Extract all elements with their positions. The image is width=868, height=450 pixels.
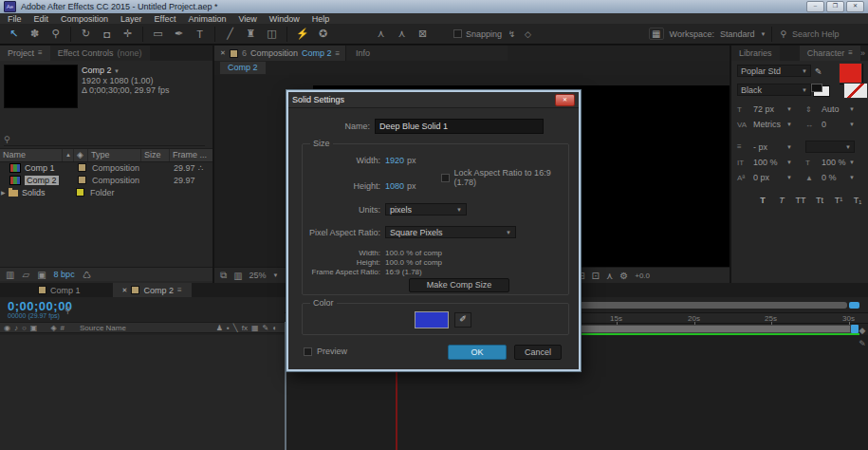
dialog-close-icon[interactable]: ✕: [555, 94, 575, 106]
fx-icon[interactable]: fx: [242, 324, 248, 332]
eraser-tool-icon[interactable]: ◫: [266, 28, 278, 40]
faux-italic-button[interactable]: T: [775, 195, 788, 206]
project-row-comp2[interactable]: Comp 2 Composition 29.97: [0, 174, 212, 186]
region-of-interest-icon[interactable]: ⊡: [592, 271, 600, 281]
cancel-button[interactable]: Cancel: [514, 345, 562, 360]
timeline-zoom-handle[interactable]: [849, 302, 859, 309]
3d-layer-icon[interactable]: ◐: [272, 324, 277, 332]
units-dropdown[interactable]: pixels ▼: [385, 203, 467, 216]
pixel-aspect-ratio-dropdown[interactable]: Square Pixels ▼: [385, 226, 516, 238]
tsume-value[interactable]: 0 %: [822, 173, 846, 182]
snapping-checkbox[interactable]: [453, 29, 462, 38]
chevron-down-icon[interactable]: ▼: [786, 122, 792, 127]
pan-behind-tool-icon[interactable]: ✛: [121, 28, 134, 40]
line-value[interactable]: - px: [753, 142, 784, 152]
source-name-column[interactable]: Source Name: [80, 324, 126, 332]
camera-tool-icon[interactable]: ◘: [101, 28, 113, 40]
shape-tool-icon[interactable]: ▭: [152, 28, 164, 40]
menu-window[interactable]: Window: [269, 14, 300, 24]
puppet-pin-tool-icon[interactable]: ✪: [317, 28, 329, 40]
leading-value[interactable]: Auto: [822, 104, 846, 114]
tab-effect-controls[interactable]: Effect Controls (none): [50, 46, 150, 61]
project-row-comp1[interactable]: Comp 1 Composition 29.97 ∴: [0, 161, 212, 174]
default-fill-stroke-swatch[interactable]: [813, 85, 830, 97]
roto-brush-tool-icon[interactable]: ⚡: [296, 28, 308, 40]
chevron-down-icon[interactable]: ▼: [849, 159, 855, 165]
shield-icon[interactable]: ◆: [857, 324, 868, 337]
index-column[interactable]: #: [61, 324, 65, 332]
tab-info[interactable]: Info: [345, 46, 508, 61]
timeline-tab-comp2[interactable]: ✕ Comp 2 ≡: [113, 283, 192, 297]
gear-icon[interactable]: ⚙: [619, 271, 628, 281]
preview-checkbox[interactable]: [304, 347, 312, 356]
collapse-icon[interactable]: ╲: [233, 324, 238, 332]
pen-tool-icon[interactable]: ✒: [173, 28, 185, 40]
chevron-down-icon[interactable]: ▼: [849, 175, 855, 180]
current-time-display[interactable]: 0;00;00;00: [8, 299, 73, 313]
trash-icon[interactable]: ♺: [83, 270, 91, 280]
new-folder-icon[interactable]: ▱: [22, 270, 29, 280]
eye-icon[interactable]: ◉: [4, 324, 10, 332]
tab-character[interactable]: Character ≡: [800, 46, 860, 61]
rotation-tool-icon[interactable]: ↻: [80, 28, 92, 40]
chevron-down-icon[interactable]: ▼: [786, 175, 792, 180]
axis-mode-view-icon[interactable]: ⊠: [416, 28, 429, 40]
label-column-icon[interactable]: ◈: [74, 149, 88, 161]
viewer-lock-icon[interactable]: 6: [242, 48, 247, 58]
zoom-tool-icon[interactable]: ⚲: [49, 28, 62, 40]
menu-view[interactable]: View: [238, 14, 256, 24]
chevron-right-icon[interactable]: »: [860, 48, 868, 58]
menu-composition[interactable]: Composition: [61, 14, 108, 24]
chevron-down-icon[interactable]: ▼: [786, 106, 792, 112]
restore-icon[interactable]: ❐: [826, 1, 844, 12]
label-swatch[interactable]: [78, 176, 86, 184]
menu-effect[interactable]: Effect: [155, 14, 176, 24]
workspace-value[interactable]: Standard: [720, 29, 755, 39]
search-help-box[interactable]: ⚲: [771, 27, 860, 42]
label-column-icon[interactable]: ◈: [50, 324, 56, 332]
flowchart-icon[interactable]: ⋏: [606, 271, 613, 281]
search-help-input[interactable]: [790, 28, 860, 40]
superscript-button[interactable]: T¹: [832, 195, 845, 206]
chevron-down-icon[interactable]: ▼: [786, 159, 792, 165]
axis-mode-local-icon[interactable]: ⋏: [375, 28, 387, 40]
adjustment-icon[interactable]: ✎: [262, 324, 268, 332]
label-swatch[interactable]: [78, 163, 86, 172]
chevron-down-icon[interactable]: ▼: [849, 106, 855, 112]
hand-tool-icon[interactable]: ✽: [28, 28, 41, 40]
chevron-down-icon[interactable]: ▼: [849, 122, 855, 127]
dialog-titlebar[interactable]: Solid Settings ✕: [288, 92, 579, 108]
eyedropper-icon[interactable]: ✐: [813, 67, 822, 75]
panel-menu-icon[interactable]: ≡: [38, 46, 43, 61]
chevron-down-icon[interactable]: ▼: [273, 272, 279, 278]
tab-composition[interactable]: ✕ 6 Composition Comp 2 ≡: [214, 46, 345, 61]
timeline-search[interactable]: ⚲: [65, 302, 131, 318]
faux-bold-button[interactable]: T: [756, 195, 769, 206]
horizontal-scale-value[interactable]: 100 %: [822, 158, 846, 167]
frame-blend-icon[interactable]: ▪: [227, 324, 230, 332]
interpret-footage-icon[interactable]: ▥: [6, 270, 14, 280]
panel-menu-icon[interactable]: ≡: [848, 46, 853, 61]
width-value[interactable]: 1920: [385, 156, 404, 165]
new-composition-icon[interactable]: ▣: [37, 270, 46, 280]
column-type[interactable]: Type: [88, 149, 141, 161]
column-frame-rate[interactable]: Frame ...: [170, 149, 212, 161]
menu-file[interactable]: File: [8, 14, 22, 24]
menu-animation[interactable]: Animation: [188, 14, 226, 24]
type-tool-icon[interactable]: T: [194, 28, 206, 40]
selection-tool-icon[interactable]: ↖: [8, 28, 20, 40]
panel-menu-icon[interactable]: ≡: [177, 286, 182, 294]
solid-name-input[interactable]: [375, 119, 544, 134]
font-size-value[interactable]: 72 px: [753, 104, 784, 114]
item-name[interactable]: Solids: [18, 188, 76, 197]
fill-color-swatch[interactable]: [839, 63, 862, 84]
panel-menu-icon[interactable]: ≡: [335, 49, 340, 58]
shy-icon[interactable]: ♟: [216, 324, 223, 332]
subscript-button[interactable]: T₁: [851, 195, 864, 206]
clone-stamp-tool-icon[interactable]: ♜: [245, 28, 257, 40]
motion-blur-icon[interactable]: ▦: [251, 324, 259, 332]
all-caps-button[interactable]: TT: [794, 195, 807, 206]
project-search-input[interactable]: [14, 131, 189, 147]
workspace-icon[interactable]: ▦: [649, 28, 663, 40]
menu-layer[interactable]: Layer: [120, 14, 142, 24]
